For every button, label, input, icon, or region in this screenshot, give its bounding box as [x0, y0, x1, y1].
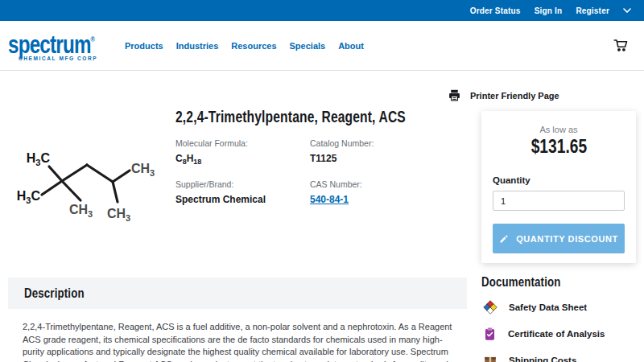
printer-friendly-label: Printer Friendly Page: [470, 91, 559, 101]
atom-label-ch3-right: CH3: [131, 162, 155, 178]
supplier-brand-value: Spectrum Chemical: [175, 194, 310, 205]
supplier-brand-field: Supplier/Brand: Spectrum Chemical: [175, 179, 310, 205]
nav-industries[interactable]: Industries: [176, 41, 219, 51]
cas-number-field: CAS Number: 540-84-1: [310, 179, 463, 205]
nav-about[interactable]: About: [338, 41, 364, 51]
utility-bar: Order Status Sign In Register: [0, 0, 644, 21]
shipping-costs-label: Shipping Costs: [509, 356, 576, 362]
primary-nav: Products Industries Resources Specials A…: [125, 21, 364, 71]
atom-label-ch3-bottomright: CH3: [107, 207, 130, 223]
documentation-section-header: Documentation: [481, 274, 583, 290]
cas-number-link[interactable]: 540-84-1: [310, 194, 349, 205]
certificate-of-analysis-label: Certificate of Analysis: [508, 329, 605, 339]
description-heading: Description: [24, 286, 85, 302]
molecular-formula-label: Molecular Formula:: [175, 138, 310, 148]
clipboard-icon: [483, 327, 497, 341]
atom-label-ch3-center: CH3: [69, 203, 93, 219]
order-status-link[interactable]: Order Status: [470, 6, 521, 15]
nav-specials[interactable]: Specials: [290, 41, 326, 51]
price-card: As low as $131.65 Quantity QUANTITY DISC…: [481, 111, 636, 263]
nav-products[interactable]: Products: [125, 41, 163, 51]
page: Order Status Sign In Register spectrum® …: [0, 0, 644, 362]
molecular-formula-field: Molecular Formula: C8H18: [175, 138, 310, 166]
catalog-number-value: T1125: [310, 153, 463, 164]
molecular-formula-value: C8H18: [175, 153, 310, 166]
description-text: 2,2,4-Trimethylpentane, Reagent, ACS is …: [23, 321, 459, 362]
certificate-of-analysis-link[interactable]: Certificate of Analysis: [483, 327, 605, 341]
safety-data-sheet-label: Safety Data Sheet: [509, 302, 587, 312]
quantity-input[interactable]: [493, 191, 625, 211]
catalog-number-field: Catalog Number: T1125: [310, 138, 463, 166]
chemical-structure-image: H3C H3C CH3 CH3 CH3: [10, 119, 169, 236]
chevron-down-icon[interactable]: [623, 8, 631, 13]
atom-label-h3c-bottom: H3C: [17, 189, 41, 205]
safety-data-sheet-link[interactable]: Safety Data Sheet: [483, 300, 587, 315]
page-title: 2,2,4-Trimethylpentane, Reagent, ACS: [175, 108, 471, 126]
bond-lines: [42, 165, 130, 202]
spectrum-logo[interactable]: spectrum® CHEMICAL MFG CORP: [8, 26, 121, 61]
registered-mark: ®: [91, 35, 95, 43]
printer-friendly-link[interactable]: Printer Friendly Page: [448, 88, 559, 102]
atom-label-h3c-top: H3C: [27, 151, 51, 167]
description-section-header: Description: [8, 278, 467, 309]
register-link[interactable]: Register: [576, 6, 609, 15]
cas-number-label: CAS Number:: [310, 179, 463, 189]
nav-resources[interactable]: Resources: [231, 41, 276, 51]
shipping-box-icon: [483, 353, 497, 362]
catalog-number-label: Catalog Number:: [310, 138, 463, 148]
main-navbar: spectrum® CHEMICAL MFG CORP Products Ind…: [0, 21, 644, 71]
supplier-brand-label: Supplier/Brand:: [175, 179, 310, 189]
shipping-costs-link[interactable]: Shipping Costs: [483, 353, 576, 362]
cart-icon[interactable]: [612, 36, 630, 57]
documentation-heading: Documentation: [481, 274, 561, 290]
printer-icon: [448, 88, 461, 102]
as-low-as-label: As low as: [493, 125, 625, 134]
pencil-icon: [499, 234, 509, 244]
product-details: Molecular Formula: C8H18 Catalog Number:…: [175, 138, 463, 205]
quantity-discount-button[interactable]: QUANTITY DISCOUNT: [493, 224, 625, 253]
nfpa-diamond-icon: [483, 300, 497, 315]
logo-word: spectrum: [8, 31, 91, 59]
price-value: $131.65: [493, 135, 625, 158]
quantity-discount-label: QUANTITY DISCOUNT: [516, 234, 618, 244]
sign-in-link[interactable]: Sign In: [535, 6, 563, 15]
quantity-label: Quantity: [493, 175, 625, 185]
